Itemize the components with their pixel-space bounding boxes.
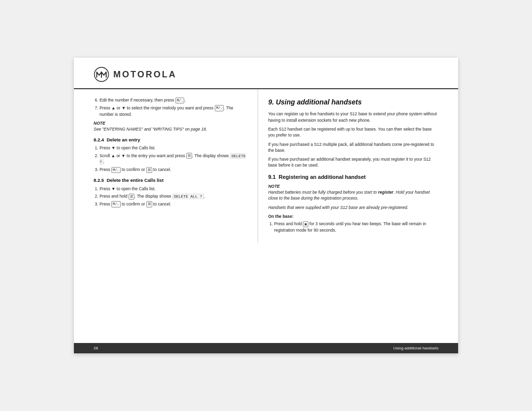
display-delete-all: DELETE ALL ?: [172, 194, 204, 199]
section-824-number: 8.2.4: [94, 137, 104, 142]
section-91-note: NOTE Handset batteries must be fully cha…: [268, 183, 438, 210]
steps-list: Edit the number if necessary, then press…: [94, 97, 248, 117]
section-91-note-text2: Handsets that were supplied with your S1…: [268, 205, 438, 210]
on-base-label: On the base:: [268, 213, 438, 219]
section-91-title: 9.1 Registering an additional handset: [268, 173, 438, 181]
left-column: Edit the number if necessary, then press…: [74, 89, 258, 243]
key-confirm1: M/.: [111, 167, 121, 173]
key-base-reg: ▣: [303, 221, 308, 227]
step-7: Press ▲ or ▼ to select the ringer melody…: [100, 105, 248, 117]
step-824-1: Press ▼ to open the Calls list.: [100, 145, 248, 151]
section-825-heading: Delete the entire Calls list: [106, 177, 164, 183]
right-column: 9. Using additional handsets You can reg…: [258, 89, 458, 243]
motorola-text: MOTOROLA: [113, 69, 177, 80]
key-menu1: ☰: [186, 153, 192, 159]
para-1: You can register up to five handsets to …: [268, 111, 438, 123]
note-text: See "ENTERING NAMES" and "WRITING TIPS" …: [94, 126, 248, 132]
note-label: NOTE: [94, 120, 248, 126]
step-6: Edit the number if necessary, then press…: [100, 97, 248, 103]
section-91-note-label: NOTE: [268, 183, 438, 189]
page-header: MOTOROLA: [74, 58, 458, 89]
key-menu2: ☰: [129, 194, 134, 200]
para-4: If you have purchased an additional hand…: [268, 156, 438, 169]
section-825-title: 8.2.5 Delete the entire Calls list: [94, 177, 248, 184]
para-2: Each S12 handset can be registered with …: [268, 126, 438, 138]
key-confirm2: M/.: [111, 201, 121, 207]
section-825: 8.2.5 Delete the entire Calls list Press…: [94, 177, 248, 207]
section-91-steps: Press and hold ▣ for 3 seconds until you…: [268, 221, 438, 233]
section-91: 9.1 Registering an additional handset NO…: [268, 173, 438, 234]
footer-section-label: Using additional handsets: [393, 346, 438, 350]
section-824: 8.2.4 Delete an entry Press ▼ to open th…: [94, 137, 248, 173]
key-cancel2: ☰: [146, 201, 152, 207]
section-824-heading: Delete an entry: [106, 137, 140, 142]
section9-title: 9. Using additional handsets: [268, 97, 438, 107]
section-825-steps: Press ▼ to open the Calls list. Press an…: [94, 186, 248, 207]
step6-text: Edit the number if necessary, then press…: [100, 98, 186, 103]
section-825-number: 8.2.5: [94, 177, 104, 183]
step-825-3: Press M/. to confirm or ☰ to cancel.: [100, 201, 248, 207]
section-824-steps: Press ▼ to open the Calls list. Scroll ▲…: [94, 145, 248, 173]
step-824-2: Scroll ▲ or ▼ to the entry you want and …: [100, 153, 248, 165]
section-91-heading: Registering an additional handset: [279, 174, 366, 180]
key-save2: M/.: [215, 105, 224, 111]
step-824-3: Press M/. to confirm or ☰ to cancel.: [100, 167, 248, 173]
step-825-1: Press ▼ to open the Calls list.: [100, 186, 248, 192]
page-footer: 28 Using additional handsets: [74, 343, 458, 353]
step7-text: Press ▲ or ▼ to select the ringer melody…: [100, 105, 233, 117]
step-91-1: Press and hold ▣ for 3 seconds until you…: [274, 221, 438, 233]
display-delete: DELETE ?: [100, 153, 246, 165]
main-content: Edit the number if necessary, then press…: [74, 89, 458, 243]
footer-page-number: 28: [94, 346, 98, 350]
section-91-note-text1: Handset batteries must be fully charged …: [268, 189, 438, 202]
section-824-title: 8.2.4 Delete an entry: [94, 137, 248, 143]
key-save: M/.: [175, 98, 185, 103]
page: MOTOROLA Edit the number if necessary, t…: [74, 58, 458, 353]
motorola-m-icon: [94, 67, 109, 82]
step-825-2: Press and hold ☰. The display shows DELE…: [100, 193, 248, 200]
motorola-logo: MOTOROLA: [94, 67, 177, 82]
section-91-number: 9.1: [268, 174, 275, 180]
key-cancel1: ☰: [146, 167, 152, 173]
para-3: If you have purchased a S12 multiple pac…: [268, 141, 438, 154]
note-block: NOTE See "ENTERING NAMES" and "WRITING T…: [94, 120, 248, 133]
